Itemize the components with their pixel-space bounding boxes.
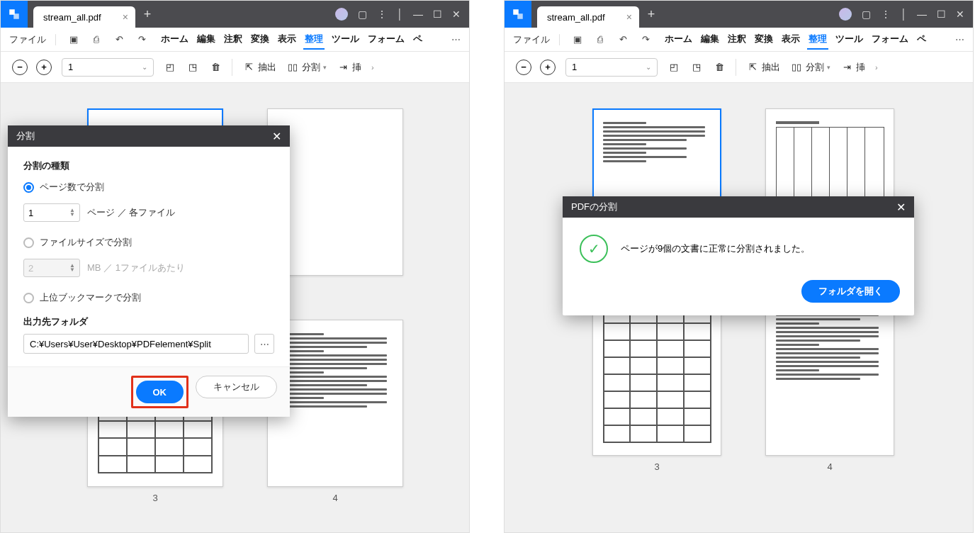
tab-form[interactable]: フォーム: [870, 30, 910, 50]
app-icon: [505, 1, 531, 28]
split-button[interactable]: ▯▯分割▾: [286, 61, 327, 74]
menubar: ファイル │ ▣ ⎙ ↶ ↷ ホーム 編集 注釈 変換 表示 整理 ツール フォ…: [505, 28, 973, 52]
delete-icon[interactable]: 🗑: [713, 61, 726, 74]
delete-icon[interactable]: 🗑: [209, 61, 222, 74]
dialog-title: PDFの分割: [571, 201, 617, 213]
menu-icon[interactable]: ⋮: [881, 9, 891, 20]
app-icon: [1, 1, 28, 28]
avatar-icon[interactable]: [335, 8, 348, 21]
ellipsis-icon[interactable]: ⋯: [451, 34, 461, 45]
cancel-button[interactable]: キャンセル: [196, 376, 277, 398]
scroll-right-icon[interactable]: ›: [371, 63, 374, 72]
insert-button[interactable]: ⇥挿: [337, 61, 361, 74]
tab-convert[interactable]: 変換: [753, 30, 775, 50]
page-input[interactable]: 1 ⌄: [62, 58, 154, 77]
new-tab-button[interactable]: +: [648, 7, 655, 22]
zoom-out-button[interactable]: −: [516, 60, 531, 75]
open-folder-button[interactable]: フォルダを開く: [801, 280, 900, 303]
tab-annotate[interactable]: 注釈: [726, 30, 748, 50]
divider: │: [901, 9, 907, 20]
tab-tools[interactable]: ツール: [330, 30, 361, 50]
actionbar: − + 1 ⌄ ◰ ◳ 🗑 ⇱抽出 ▯▯分割▾ ⇥挿 ›: [505, 52, 973, 83]
zoom-out-button[interactable]: −: [12, 60, 28, 75]
tab-close-icon[interactable]: ×: [123, 11, 128, 23]
minimize-icon[interactable]: —: [413, 9, 423, 20]
titlebar: stream_all.pdf × + ▢ ⋮ │ — ☐ ✕: [505, 1, 973, 28]
tab-convert[interactable]: 変換: [249, 30, 271, 50]
page-input[interactable]: 1 ⌄: [565, 58, 658, 77]
dialog-close-icon[interactable]: ✕: [896, 201, 906, 214]
split-button[interactable]: ▯▯分割▾: [790, 61, 830, 74]
tab-overflow[interactable]: ペ: [916, 30, 928, 50]
print-icon[interactable]: ⎙: [592, 32, 608, 47]
menu-icon[interactable]: ⋮: [377, 9, 387, 20]
rotate-left-icon[interactable]: ◰: [164, 61, 176, 74]
tab-tools[interactable]: ツール: [834, 30, 864, 50]
close-window-icon[interactable]: ✕: [452, 9, 461, 20]
page-number: 3: [152, 493, 157, 503]
document-tab[interactable]: stream_all.pdf ×: [33, 6, 135, 28]
page-thumbnail-3[interactable]: [592, 293, 721, 456]
tab-organize[interactable]: 整理: [807, 30, 828, 50]
radio-split-by-size[interactable]: [23, 237, 34, 248]
tab-view[interactable]: 表示: [780, 30, 801, 50]
extract-button[interactable]: ⇱抽出: [746, 61, 780, 74]
rotate-left-icon[interactable]: ◰: [668, 61, 680, 74]
file-menu[interactable]: ファイル: [513, 33, 550, 46]
tab-edit[interactable]: 編集: [699, 30, 721, 50]
maximize-icon[interactable]: ☐: [937, 9, 946, 20]
tab-close-icon[interactable]: ×: [626, 11, 632, 23]
radio-split-by-pages[interactable]: [23, 182, 34, 193]
close-window-icon[interactable]: ✕: [956, 9, 964, 20]
result-dialog: PDFの分割 ✕ ✓ ページが9個の文書に正常に分割されました。 フォルダを開く: [563, 196, 914, 315]
section-label: 分割の種類: [23, 159, 274, 172]
tab-home[interactable]: ホーム: [663, 30, 694, 50]
redo-icon[interactable]: ↷: [638, 32, 653, 47]
redo-icon[interactable]: ↷: [134, 32, 150, 47]
ok-button[interactable]: OK: [136, 381, 184, 403]
extract-button[interactable]: ⇱抽出: [242, 61, 276, 74]
radio-label: 上位ブックマークで分割: [40, 291, 141, 304]
rotate-right-icon[interactable]: ◳: [690, 61, 703, 74]
browse-folder-button[interactable]: ⋯: [254, 334, 274, 354]
save-icon[interactable]: ▣: [66, 32, 81, 47]
tab-overflow[interactable]: ペ: [412, 30, 424, 50]
undo-icon[interactable]: ↶: [111, 32, 127, 47]
page-number: 3: [654, 461, 659, 472]
print-icon[interactable]: ⎙: [89, 32, 104, 47]
output-folder-input[interactable]: C:¥Users¥User¥Desktop¥PDFelement¥Split: [23, 334, 249, 354]
insert-button[interactable]: ⇥挿: [840, 61, 865, 74]
scroll-right-icon[interactable]: ›: [875, 63, 878, 72]
chat-icon[interactable]: ▢: [358, 9, 367, 20]
save-icon[interactable]: ▣: [570, 32, 585, 47]
radio-split-by-bookmark[interactable]: [23, 293, 34, 303]
new-tab-button[interactable]: +: [144, 7, 152, 22]
page-number: 4: [332, 493, 337, 503]
ellipsis-icon[interactable]: ⋯: [955, 34, 964, 45]
maximize-icon[interactable]: ☐: [433, 9, 442, 20]
zoom-in-button[interactable]: +: [36, 60, 52, 75]
tab-view[interactable]: 表示: [276, 30, 298, 50]
tab-home[interactable]: ホーム: [159, 30, 190, 50]
pages-suffix: ページ ／ 各ファイル: [87, 206, 175, 219]
dialog-close-icon[interactable]: ✕: [272, 130, 281, 143]
zoom-in-button[interactable]: +: [540, 60, 556, 75]
document-tab[interactable]: stream_all.pdf ×: [537, 6, 639, 28]
tab-title: stream_all.pdf: [547, 12, 605, 23]
tab-annotate[interactable]: 注釈: [223, 30, 244, 50]
tab-edit[interactable]: 編集: [196, 30, 217, 50]
svg-rect-3: [517, 13, 523, 19]
tab-form[interactable]: フォーム: [366, 30, 406, 50]
avatar-icon[interactable]: [839, 8, 852, 21]
page-thumbnail-4[interactable]: [765, 293, 894, 456]
minimize-icon[interactable]: —: [917, 9, 927, 20]
file-menu[interactable]: ファイル: [9, 33, 46, 46]
rotate-right-icon[interactable]: ◳: [186, 61, 199, 74]
pages-spinner[interactable]: 1 ▲▼: [23, 203, 80, 222]
page-number: 4: [827, 461, 832, 472]
chat-icon[interactable]: ▢: [862, 9, 871, 20]
undo-icon[interactable]: ↶: [615, 32, 631, 47]
tab-organize[interactable]: 整理: [303, 30, 325, 50]
tab-title: stream_all.pdf: [43, 12, 101, 23]
chevron-down-icon: ⌄: [142, 63, 147, 71]
